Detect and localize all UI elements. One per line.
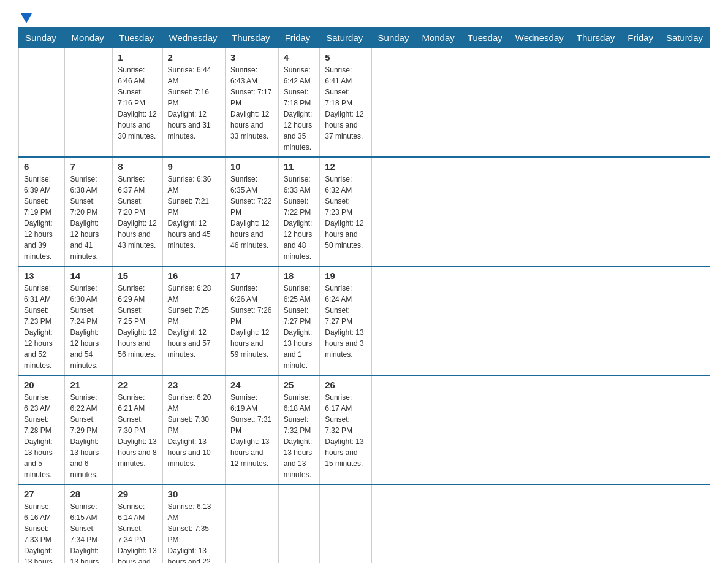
calendar-cell: 4Sunrise: 6:42 AMSunset: 7:18 PMDaylight…	[278, 48, 320, 158]
day-info: Sunrise: 6:14 AMSunset: 7:34 PMDaylight:…	[118, 501, 157, 563]
day-info: Sunrise: 6:16 AMSunset: 7:33 PMDaylight:…	[24, 501, 59, 563]
col-header-wednesday: Wednesday	[509, 28, 570, 48]
logo	[18, 12, 32, 21]
calendar-cell	[320, 484, 371, 563]
day-info: Sunrise: 6:13 AMSunset: 7:35 PMDaylight:…	[168, 501, 220, 563]
col-header-monday: Monday	[415, 28, 461, 48]
col-header-wednesday: Wednesday	[162, 28, 225, 48]
day-number: 13	[24, 270, 59, 281]
calendar-cell: 22Sunrise: 6:21 AMSunset: 7:30 PMDayligh…	[113, 375, 162, 484]
calendar-cell	[65, 48, 113, 158]
calendar-cell: 21Sunrise: 6:22 AMSunset: 7:29 PMDayligh…	[65, 375, 113, 484]
day-number: 26	[325, 380, 366, 390]
col-header-tuesday: Tuesday	[113, 28, 162, 48]
day-number: 3	[230, 52, 273, 63]
day-number: 25	[284, 380, 315, 390]
day-number: 16	[168, 270, 220, 281]
day-info: Sunrise: 6:25 AMSunset: 7:27 PMDaylight:…	[284, 283, 315, 371]
calendar-cell: 23Sunrise: 6:20 AMSunset: 7:30 PMDayligh…	[162, 375, 225, 484]
calendar-cell: 12Sunrise: 6:32 AMSunset: 7:23 PMDayligh…	[320, 157, 371, 266]
calendar-cell: 5Sunrise: 6:41 AMSunset: 7:18 PMDaylight…	[320, 48, 371, 158]
day-info: Sunrise: 6:26 AMSunset: 7:26 PMDaylight:…	[230, 283, 273, 360]
day-number: 30	[168, 489, 220, 499]
day-info: Sunrise: 6:20 AMSunset: 7:30 PMDaylight:…	[168, 392, 220, 469]
calendar-cell: 26Sunrise: 6:17 AMSunset: 7:32 PMDayligh…	[320, 375, 371, 484]
day-info: Sunrise: 6:31 AMSunset: 7:23 PMDaylight:…	[24, 283, 59, 371]
col-header-saturday: Saturday	[320, 28, 371, 48]
calendar-cell	[226, 484, 279, 563]
day-info: Sunrise: 6:44 AMSunset: 7:16 PMDaylight:…	[168, 64, 220, 142]
col-header-sunday: Sunday	[19, 28, 65, 48]
day-info: Sunrise: 6:33 AMSunset: 7:22 PMDaylight:…	[284, 174, 315, 262]
day-number: 15	[118, 270, 157, 281]
calendar-cell: 3Sunrise: 6:43 AMSunset: 7:17 PMDaylight…	[226, 48, 279, 158]
col-header-thursday: Thursday	[570, 28, 621, 48]
day-number: 23	[168, 380, 220, 390]
calendar-table: SundayMondayTuesdayWednesdayThursdayFrid…	[18, 27, 710, 563]
day-info: Sunrise: 6:21 AMSunset: 7:30 PMDaylight:…	[118, 392, 157, 469]
calendar-week-row: 27Sunrise: 6:16 AMSunset: 7:33 PMDayligh…	[19, 484, 710, 563]
calendar-week-row: 1Sunrise: 6:46 AMSunset: 7:16 PMDaylight…	[19, 48, 710, 158]
calendar-cell: 6Sunrise: 6:39 AMSunset: 7:19 PMDaylight…	[19, 157, 65, 266]
day-info: Sunrise: 6:30 AMSunset: 7:24 PMDaylight:…	[70, 283, 107, 371]
day-number: 14	[70, 270, 107, 281]
day-info: Sunrise: 6:17 AMSunset: 7:32 PMDaylight:…	[325, 392, 366, 469]
day-info: Sunrise: 6:28 AMSunset: 7:25 PMDaylight:…	[168, 283, 220, 360]
day-number: 8	[118, 161, 157, 172]
day-number: 10	[230, 161, 273, 172]
day-info: Sunrise: 6:29 AMSunset: 7:25 PMDaylight:…	[118, 283, 157, 360]
day-info: Sunrise: 6:24 AMSunset: 7:27 PMDaylight:…	[325, 283, 366, 360]
day-number: 29	[118, 489, 157, 499]
day-info: Sunrise: 6:36 AMSunset: 7:21 PMDaylight:…	[168, 174, 220, 251]
col-header-friday: Friday	[278, 28, 320, 48]
day-info: Sunrise: 6:41 AMSunset: 7:18 PMDaylight:…	[325, 64, 366, 142]
calendar-cell: 9Sunrise: 6:36 AMSunset: 7:21 PMDaylight…	[162, 157, 225, 266]
day-info: Sunrise: 6:18 AMSunset: 7:32 PMDaylight:…	[284, 392, 315, 480]
day-number: 21	[70, 380, 107, 390]
calendar-cell: 19Sunrise: 6:24 AMSunset: 7:27 PMDayligh…	[320, 266, 371, 375]
day-number: 28	[70, 489, 107, 499]
day-number: 20	[24, 380, 59, 390]
day-info: Sunrise: 6:23 AMSunset: 7:28 PMDaylight:…	[24, 392, 59, 480]
day-info: Sunrise: 6:15 AMSunset: 7:34 PMDaylight:…	[70, 501, 107, 563]
col-header-thursday: Thursday	[226, 28, 279, 48]
calendar-cell: 17Sunrise: 6:26 AMSunset: 7:26 PMDayligh…	[226, 266, 279, 375]
day-number: 22	[118, 380, 157, 390]
day-number: 1	[118, 52, 157, 63]
day-number: 11	[284, 161, 315, 172]
day-number: 18	[284, 270, 315, 281]
day-number: 12	[325, 161, 366, 172]
calendar-cell: 25Sunrise: 6:18 AMSunset: 7:32 PMDayligh…	[278, 375, 320, 484]
day-number: 9	[168, 161, 220, 172]
day-info: Sunrise: 6:38 AMSunset: 7:20 PMDaylight:…	[70, 174, 107, 262]
calendar-cell: 1Sunrise: 6:46 AMSunset: 7:16 PMDaylight…	[113, 48, 162, 158]
calendar-week-row: 6Sunrise: 6:39 AMSunset: 7:19 PMDaylight…	[19, 157, 710, 266]
day-info: Sunrise: 6:43 AMSunset: 7:17 PMDaylight:…	[230, 64, 273, 142]
calendar-cell: 27Sunrise: 6:16 AMSunset: 7:33 PMDayligh…	[19, 484, 65, 563]
calendar-cell: 10Sunrise: 6:35 AMSunset: 7:22 PMDayligh…	[226, 157, 279, 266]
day-info: Sunrise: 6:35 AMSunset: 7:22 PMDaylight:…	[230, 174, 273, 251]
day-number: 24	[230, 380, 273, 390]
day-info: Sunrise: 6:22 AMSunset: 7:29 PMDaylight:…	[70, 392, 107, 480]
col-header-tuesday: Tuesday	[461, 28, 509, 48]
day-number: 17	[230, 270, 273, 281]
calendar-cell: 28Sunrise: 6:15 AMSunset: 7:34 PMDayligh…	[65, 484, 113, 563]
calendar-cell: 24Sunrise: 6:19 AMSunset: 7:31 PMDayligh…	[226, 375, 279, 484]
day-info: Sunrise: 6:37 AMSunset: 7:20 PMDaylight:…	[118, 174, 157, 251]
day-info: Sunrise: 6:39 AMSunset: 7:19 PMDaylight:…	[24, 174, 59, 262]
calendar-cell: 29Sunrise: 6:14 AMSunset: 7:34 PMDayligh…	[113, 484, 162, 563]
day-number: 2	[168, 52, 220, 63]
calendar-cell: 13Sunrise: 6:31 AMSunset: 7:23 PMDayligh…	[19, 266, 65, 375]
col-header-friday: Friday	[621, 28, 660, 48]
calendar-cell: 8Sunrise: 6:37 AMSunset: 7:20 PMDaylight…	[113, 157, 162, 266]
calendar-cell: 30Sunrise: 6:13 AMSunset: 7:35 PMDayligh…	[162, 484, 225, 563]
page-header	[18, 12, 710, 21]
day-info: Sunrise: 6:46 AMSunset: 7:16 PMDaylight:…	[118, 64, 157, 142]
calendar-week-row: 13Sunrise: 6:31 AMSunset: 7:23 PMDayligh…	[19, 266, 710, 375]
col-header-monday: Monday	[65, 28, 113, 48]
day-number: 27	[24, 489, 59, 499]
day-info: Sunrise: 6:32 AMSunset: 7:23 PMDaylight:…	[325, 174, 366, 251]
calendar-cell	[278, 484, 320, 563]
calendar-week-row: 20Sunrise: 6:23 AMSunset: 7:28 PMDayligh…	[19, 375, 710, 484]
day-number: 6	[24, 161, 59, 172]
